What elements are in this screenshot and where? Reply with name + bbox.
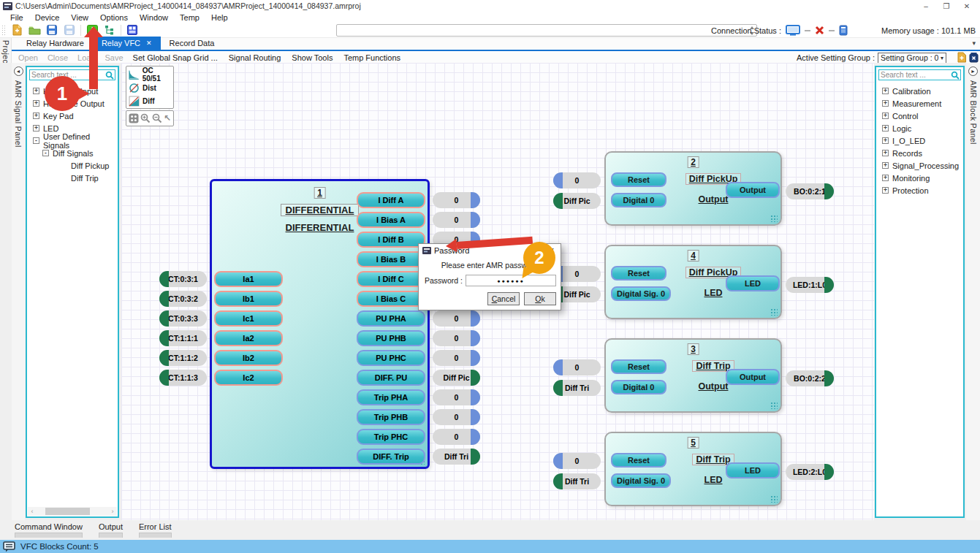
signal-pill[interactable]: LED xyxy=(726,275,780,291)
add-setting-group-button[interactable] xyxy=(957,52,967,63)
connector-pill[interactable]: CT:1:1:2 xyxy=(159,350,207,366)
menu-item[interactable]: View xyxy=(65,13,94,22)
block-search-input[interactable] xyxy=(879,71,950,79)
value-pill[interactable]: 0 xyxy=(433,350,480,366)
vfc-toolbar-item[interactable]: Signal Routing xyxy=(229,53,281,62)
cancel-button[interactable]: Cancel xyxy=(487,292,520,305)
signal-pill[interactable]: Trip PHA xyxy=(357,389,425,405)
tree-expander-icon[interactable]: + xyxy=(882,150,889,156)
quick-command-input[interactable] xyxy=(336,24,757,37)
signal-pill[interactable]: Reset xyxy=(611,359,666,374)
palette-item-oc5051[interactable]: OC 50/51 xyxy=(129,68,171,81)
tree-expander-icon[interactable]: + xyxy=(882,175,889,181)
tree-item[interactable]: + Monitoring xyxy=(876,172,963,184)
value-pill[interactable]: 0 xyxy=(433,429,480,445)
signal-pill[interactable]: Reset xyxy=(611,172,666,187)
value-pill[interactable]: 0 xyxy=(433,389,480,405)
tree-expander-icon[interactable]: + xyxy=(882,125,889,131)
palette-item-dist[interactable]: Dist xyxy=(129,81,171,94)
tree-expander-icon[interactable] xyxy=(61,162,67,169)
connector-pill[interactable]: BO:0:2:1 xyxy=(786,183,834,199)
menu-item[interactable]: Device xyxy=(29,13,66,22)
value-pill[interactable]: Diff Pic xyxy=(553,193,601,209)
tree-item[interactable]: + Measurement xyxy=(876,97,963,110)
value-pill[interactable]: 0 xyxy=(433,192,480,208)
tree-item[interactable]: + I_O_LED xyxy=(876,134,963,147)
signal-pill[interactable]: Ia1 xyxy=(214,271,283,287)
tree-item[interactable]: Diff Trip xyxy=(27,172,118,184)
delete-setting-group-button[interactable] xyxy=(969,52,979,63)
tree-view-button[interactable] xyxy=(101,23,118,37)
signal-pill[interactable]: Ib1 xyxy=(214,291,283,307)
select-cursor-icon[interactable]: ↖ xyxy=(164,113,171,123)
signal-pill[interactable]: PU PHC xyxy=(357,350,425,366)
menu-item[interactable]: Window xyxy=(134,13,174,22)
password-input[interactable] xyxy=(466,275,556,286)
collapse-left-icon[interactable]: ◄ xyxy=(14,66,23,76)
value-pill[interactable]: Diff Tri xyxy=(553,380,601,396)
connector-pill[interactable]: CT:0:3:2 xyxy=(159,291,207,307)
signal-pill[interactable]: Trip PHC xyxy=(357,429,425,445)
scroll-left-icon[interactable]: ‹ xyxy=(28,508,37,515)
tree-expander-icon[interactable]: + xyxy=(882,137,889,144)
search-icon[interactable] xyxy=(105,71,115,80)
value-pill[interactable]: 0 xyxy=(433,330,480,346)
tree-item[interactable]: + Protection xyxy=(876,184,963,197)
bottom-tab[interactable]: Output xyxy=(99,522,123,538)
signal-pill[interactable]: Digital 0 xyxy=(611,380,666,394)
value-pill[interactable]: Diff Pic xyxy=(433,370,480,386)
connector-pill[interactable]: BO:0:2:2 xyxy=(786,370,834,386)
menu-item[interactable]: Help xyxy=(205,13,234,22)
menu-item[interactable]: Temp xyxy=(174,13,205,22)
vfc-block[interactable]: 2 Reset Digital 0 Diff PickUp Output Out… xyxy=(604,151,782,226)
ok-button[interactable]: Ok xyxy=(524,292,556,305)
signal-pill[interactable]: I Diff B xyxy=(357,232,425,248)
signal-pill[interactable]: Ic1 xyxy=(214,310,283,327)
value-pill[interactable]: 0 xyxy=(433,212,480,228)
signal-pill[interactable]: Output xyxy=(726,182,780,198)
menu-item[interactable]: Options xyxy=(94,13,134,22)
tab-relay-vfc[interactable]: Relay VFC✕ xyxy=(93,37,161,50)
vfc-toolbar-item[interactable]: Show Tools xyxy=(292,53,333,62)
horizontal-scrollbar[interactable]: ‹ › xyxy=(28,507,117,516)
signal-pill[interactable]: I Bias C xyxy=(357,291,425,307)
signal-pill[interactable]: I Bias B xyxy=(357,251,425,267)
signal-pill[interactable]: Output xyxy=(726,369,780,385)
resize-grip[interactable] xyxy=(770,308,778,316)
tree-expander-icon[interactable]: - xyxy=(33,137,39,144)
vfc-toolbar-item[interactable]: Set Global Snap Grid ... xyxy=(133,53,218,62)
value-pill[interactable]: Diff Tri xyxy=(553,473,601,489)
value-pill[interactable]: 0 xyxy=(433,409,480,425)
tree-expander-icon[interactable]: + xyxy=(882,100,889,107)
tree-expander-icon[interactable]: + xyxy=(882,187,889,194)
signal-pill[interactable]: Digital 0 xyxy=(611,193,666,207)
tree-item[interactable]: Diff Pickup xyxy=(27,159,118,172)
signal-pill[interactable]: I Diff C xyxy=(357,271,425,287)
tree-expander-icon[interactable]: + xyxy=(882,112,889,119)
tree-expander-icon[interactable]: + xyxy=(882,88,889,94)
value-pill[interactable]: 0 xyxy=(433,310,480,327)
signal-pill[interactable]: Reset xyxy=(611,453,666,468)
tab-relay-hardware[interactable]: Relay Hardware xyxy=(18,37,93,50)
palette-item-diff[interactable]: Diff xyxy=(129,94,171,107)
signal-pill[interactable]: Ib2 xyxy=(214,350,283,366)
signal-pill[interactable]: LED xyxy=(726,462,780,478)
tab-overflow-chevron-icon[interactable]: ▾ xyxy=(972,39,976,47)
tree-item[interactable]: - User Defined Signals xyxy=(27,134,118,147)
tree-item[interactable]: + Logic xyxy=(876,122,963,134)
save-button[interactable] xyxy=(43,23,61,37)
sidebar-tab-amr-signal-panel[interactable]: ◄ AMR Signal Panel xyxy=(12,63,25,520)
value-pill[interactable]: 0 xyxy=(553,453,601,469)
value-pill[interactable]: 0 xyxy=(553,172,601,188)
vfc-block[interactable]: 5 Reset Digital Sig. 0 Diff Trip LED LED xyxy=(604,432,782,506)
close-button[interactable]: ✕ xyxy=(957,2,977,10)
memory-map-button[interactable] xyxy=(124,23,141,37)
connector-pill[interactable]: CT:1:1:3 xyxy=(159,370,207,386)
signal-pill[interactable]: I Diff A xyxy=(357,192,425,208)
signal-pill[interactable]: Trip PHB xyxy=(357,409,425,425)
zoom-in-icon[interactable] xyxy=(140,113,151,123)
resize-grip[interactable] xyxy=(770,402,778,409)
tree-expander-icon[interactable]: + xyxy=(33,88,39,94)
signal-pill[interactable]: DIFF. Trip xyxy=(357,449,425,465)
signal-pill[interactable]: PU PHB xyxy=(357,330,425,346)
